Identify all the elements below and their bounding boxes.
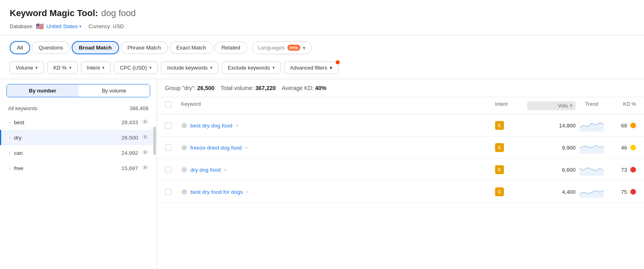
- chevron-dry-icon: ›: [9, 135, 11, 140]
- row3-checkbox-cell: [165, 166, 181, 173]
- sidebar-item-can[interactable]: › can 24,992 👁: [0, 145, 157, 160]
- all-keywords-label: All keywords: [8, 105, 37, 111]
- filter-kd[interactable]: KD % ▾: [47, 62, 77, 74]
- col-kd-header: KD %: [608, 101, 636, 110]
- sidebar-item-dry[interactable]: › dry 26,500 👁: [0, 130, 157, 145]
- filter-intent-chevron-icon: ▾: [102, 65, 105, 70]
- item-can-label: can: [14, 150, 122, 156]
- row2-kd-dot: [630, 145, 636, 150]
- row1-kd-number: 68: [621, 123, 627, 129]
- filter-exclude-keywords[interactable]: Exclude keywords ▾: [222, 62, 281, 74]
- filter-volume-label: Volume: [16, 65, 33, 71]
- database-chevron-icon: ▾: [79, 24, 81, 29]
- row1-kd: 68: [608, 123, 636, 129]
- row1-expand-icon[interactable]: »: [235, 123, 238, 128]
- row2-keyword-cell: ⊕ freeze dried dog food »: [181, 143, 495, 152]
- group-toggle: By number By volume: [6, 84, 150, 97]
- filter-cpc[interactable]: CPC (USD) ▾: [114, 62, 158, 74]
- languages-chevron-icon: ▾: [303, 45, 305, 51]
- tab-phrase-match[interactable]: Phrase Match: [121, 41, 168, 54]
- row2-intent-badge: C: [495, 143, 504, 152]
- table-row: ⊕ best dry dog food » C 14,800 68: [157, 115, 644, 137]
- row2-expand-icon[interactable]: »: [245, 145, 248, 150]
- filter-kd-chevron-icon: ▾: [69, 65, 72, 70]
- row2-add-circle-icon[interactable]: ⊕: [181, 143, 187, 152]
- row4-keyword-cell: ⊕ best dry food for dogs »: [181, 187, 495, 196]
- item-dry-count: 26,500: [122, 135, 138, 141]
- item-best-label: best: [14, 119, 122, 125]
- tab-broad-match[interactable]: Broad Match: [72, 41, 119, 54]
- row1-add-circle-icon[interactable]: ⊕: [181, 121, 187, 130]
- sidebar-item-best[interactable]: › best 28,433 👁: [0, 115, 157, 130]
- svg-marker-0: [580, 123, 604, 131]
- filter-include-chevron-icon: ▾: [210, 65, 213, 70]
- col-checkbox-header: [165, 101, 181, 110]
- filter-cpc-chevron-icon: ▾: [149, 65, 152, 70]
- table-header: Keyword Intent Volu ≡ Trend KD %: [157, 97, 644, 115]
- filter-include-label: Include keywords: [167, 65, 207, 71]
- row1-trend: [576, 119, 608, 131]
- tab-related[interactable]: Related: [215, 41, 247, 54]
- row4-kd-dot: [630, 189, 636, 195]
- row4-kd-number: 75: [621, 189, 627, 195]
- avg-kd-label: Average KD:: [282, 85, 314, 91]
- col-volume-header[interactable]: Volu ≡: [527, 101, 576, 110]
- row4-keyword-link[interactable]: best dry food for dogs: [190, 189, 243, 195]
- total-volume: 367,220: [255, 85, 276, 91]
- sidebar-item-free[interactable]: › free 15,697 👁: [0, 160, 157, 176]
- row2-kd: 46: [608, 145, 636, 151]
- row3-trend: [576, 164, 608, 176]
- row1-intent-badge: C: [495, 121, 504, 130]
- database-selector[interactable]: United States ▾: [46, 23, 81, 29]
- item-best-count: 28,433: [122, 119, 138, 125]
- eye-best-icon[interactable]: 👁: [142, 119, 149, 126]
- advanced-filters-chevron-icon: ▾: [330, 65, 332, 71]
- filter-intent[interactable]: Intent ▾: [81, 62, 111, 74]
- row4-intent-badge: C: [495, 187, 504, 196]
- row4-kd: 75: [608, 189, 636, 195]
- scrollbar-thumb[interactable]: [153, 127, 156, 155]
- chevron-free-icon: ›: [9, 166, 11, 170]
- languages-label: Languages: [258, 45, 285, 51]
- toggle-by-number[interactable]: By number: [7, 84, 78, 97]
- eye-dry-icon[interactable]: 👁: [142, 134, 149, 141]
- row4-intent-cell: C: [495, 187, 527, 196]
- chevron-can-icon: ›: [9, 150, 11, 155]
- filter-volume[interactable]: Volume ▾: [10, 62, 44, 74]
- row3-add-circle-icon[interactable]: ⊕: [181, 165, 187, 174]
- row3-intent-badge: C: [495, 165, 504, 174]
- all-keywords-count: 386,408: [130, 105, 149, 111]
- row3-checkbox[interactable]: [165, 166, 171, 173]
- tab-exact-match[interactable]: Exact Match: [169, 41, 213, 54]
- row2-intent-cell: C: [495, 143, 527, 152]
- row1-volume: 14,800: [527, 123, 576, 129]
- currency-label: Currency: USD: [89, 23, 124, 29]
- advanced-filters-button[interactable]: Advanced filters ▾: [284, 62, 339, 74]
- sidebar: By number By volume All keywords 386,408…: [0, 79, 157, 269]
- row1-checkbox[interactable]: [165, 122, 171, 129]
- row3-expand-icon[interactable]: »: [224, 167, 227, 172]
- select-all-checkbox[interactable]: [165, 101, 171, 108]
- row2-checkbox[interactable]: [165, 144, 171, 151]
- table-row: ⊕ dry dog food » C 6,600 73: [157, 159, 644, 181]
- eye-free-icon[interactable]: 👁: [142, 164, 149, 172]
- advanced-filters-active-dot: [336, 60, 340, 64]
- row4-checkbox[interactable]: [165, 189, 171, 195]
- filter-cpc-label: CPC (USD): [120, 65, 147, 71]
- advanced-filters-label: Advanced filters: [290, 65, 328, 71]
- row2-volume: 9,900: [527, 145, 576, 151]
- row3-keyword-link[interactable]: dry dog food: [190, 167, 221, 173]
- filter-include-keywords[interactable]: Include keywords ▾: [161, 62, 218, 74]
- toggle-by-volume[interactable]: By volume: [78, 84, 150, 97]
- filter-intent-label: Intent: [87, 65, 100, 71]
- col-trend-header: Trend: [576, 101, 608, 110]
- row4-add-circle-icon[interactable]: ⊕: [181, 187, 187, 196]
- tab-questions[interactable]: Questions: [32, 41, 70, 54]
- row4-expand-icon[interactable]: »: [246, 189, 249, 195]
- row2-checkbox-cell: [165, 144, 181, 151]
- eye-can-icon[interactable]: 👁: [142, 149, 149, 156]
- row2-keyword-link[interactable]: freeze dried dog food: [190, 145, 242, 151]
- tab-all[interactable]: All: [10, 41, 30, 54]
- languages-button[interactable]: Languages beta ▾: [252, 41, 312, 54]
- row1-keyword-link[interactable]: best dry dog food: [190, 123, 232, 129]
